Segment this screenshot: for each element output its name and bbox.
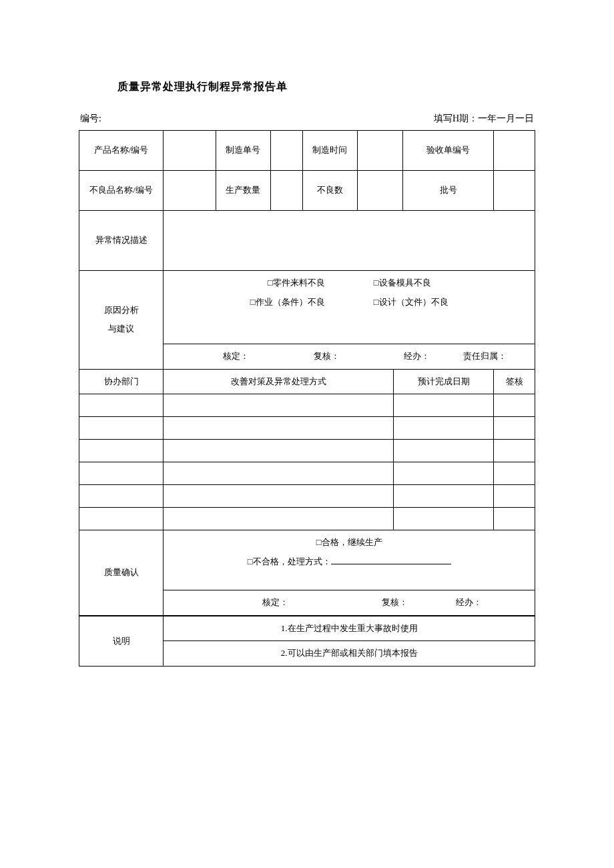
action-r5-due[interactable]: [394, 485, 494, 508]
qc-opt-pass[interactable]: □合格，继续生产: [165, 533, 533, 552]
qc-sig-approve[interactable]: 核定：: [216, 593, 334, 612]
cause-sig-approve[interactable]: 核定：: [192, 347, 280, 366]
form-title: 质量异常处理执行制程异常报告单: [117, 80, 535, 94]
cause-label: 原因分析 与建议: [79, 271, 164, 370]
action-hdr-dept: 协办部门: [79, 369, 164, 394]
r2-badqty-value[interactable]: [357, 171, 402, 211]
action-r6-sign[interactable]: [494, 508, 535, 530]
action-r5-measure[interactable]: [164, 485, 394, 508]
cause-opt-design[interactable]: □设计（文件）不良: [374, 293, 448, 312]
cause-label-l2: 与建议: [108, 324, 134, 334]
qc-opt-fail[interactable]: □不合格，处理方式：: [165, 552, 533, 572]
cause-sig-handle[interactable]: 经办：: [372, 347, 460, 366]
r1-receipt-label: 验收单编号: [402, 131, 494, 171]
action-r1-dept[interactable]: [79, 394, 164, 417]
action-r5-dept[interactable]: [79, 485, 164, 508]
qc-sig-handle[interactable]: 经办：: [456, 593, 482, 612]
action-r3-measure[interactable]: [164, 440, 394, 462]
action-hdr-measure: 改善对策及异常处理方式: [164, 369, 394, 394]
qc-label: 质量确认: [79, 530, 164, 616]
cause-sig-review[interactable]: 复核：: [282, 347, 370, 366]
notes-line2: 2.可以由生产部或相关部门填本报告: [164, 641, 535, 667]
r1-time-value[interactable]: [357, 131, 402, 171]
action-r4-sign[interactable]: [494, 462, 535, 485]
action-r1-due[interactable]: [394, 394, 494, 417]
action-hdr-due: 预计完成日期: [394, 369, 494, 394]
cause-opt-operation[interactable]: □作业（条件）不良: [250, 293, 325, 312]
cause-signatures: 核定： 复核： 经办： 责任归属：: [164, 344, 535, 370]
cause-opt-material[interactable]: □零件来料不良: [268, 274, 325, 293]
action-r6-due[interactable]: [394, 508, 494, 530]
main-form-table: 产品名称/编号 制造单号 制造时间 验收单编号 不良品名称/编号 生产数量 不良…: [79, 130, 535, 616]
action-r2-sign[interactable]: [494, 417, 535, 440]
qc-signatures: 核定： 复核： 经办：: [164, 590, 535, 616]
r1-receipt-value[interactable]: [494, 131, 535, 171]
r1-product-value[interactable]: [164, 131, 216, 171]
action-r6-dept[interactable]: [79, 508, 164, 530]
action-r1-measure[interactable]: [164, 394, 394, 417]
r2-batch-value[interactable]: [494, 171, 535, 211]
r2-defect-label: 不良品名称/编号: [79, 171, 164, 211]
form-page: 质量异常处理执行制程异常报告单 编号: 填写H期：一年一月一日 产品名称/编号 …: [0, 0, 614, 693]
r1-time-label: 制造时间: [302, 131, 357, 171]
r2-batch-label: 批号: [402, 171, 494, 211]
action-r4-dept[interactable]: [79, 462, 164, 485]
qc-fail-blank[interactable]: [331, 556, 451, 564]
r2-defect-value[interactable]: [164, 171, 216, 211]
cause-options[interactable]: □零件来料不良 □设备模具不良 □作业（条件）不良 □设计（文件）不良: [164, 271, 535, 344]
r2-qty-value[interactable]: [270, 171, 302, 211]
cause-label-l1: 原因分析: [104, 305, 139, 315]
action-r4-measure[interactable]: [164, 462, 394, 485]
meta-row: 编号: 填写H期：一年一月一日: [79, 113, 535, 125]
form-number-label: 编号:: [80, 113, 101, 125]
action-hdr-sign: 签核: [494, 369, 535, 394]
r2-qty-label: 生产数量: [216, 171, 270, 211]
abnormal-desc-label: 异常情况描述: [79, 211, 164, 271]
action-r3-due[interactable]: [394, 440, 494, 462]
action-r3-sign[interactable]: [494, 440, 535, 462]
action-r2-dept[interactable]: [79, 417, 164, 440]
r1-product-label: 产品名称/编号: [79, 131, 164, 171]
qc-options[interactable]: □合格，继续生产 □不合格，处理方式：: [164, 530, 535, 590]
r2-badqty-label: 不良数: [302, 171, 357, 211]
action-r2-measure[interactable]: [164, 417, 394, 440]
r1-order-label: 制造单号: [216, 131, 270, 171]
cause-opt-equipment[interactable]: □设备模具不良: [374, 274, 431, 293]
action-r3-dept[interactable]: [79, 440, 164, 462]
action-r2-due[interactable]: [394, 417, 494, 440]
action-r6-measure[interactable]: [164, 508, 394, 530]
action-r1-sign[interactable]: [494, 394, 535, 417]
notes-table: 说明 1.在生产过程中发生重大事故时使用 2.可以由生产部或相关部门填本报告: [79, 616, 535, 667]
qc-sig-review[interactable]: 复核：: [336, 593, 454, 612]
notes-label: 说明: [79, 616, 164, 666]
abnormal-desc-value[interactable]: [164, 211, 535, 271]
action-r5-sign[interactable]: [494, 485, 535, 508]
notes-line1: 1.在生产过程中发生重大事故时使用: [164, 616, 535, 641]
form-date-label: 填写H期：一年一月一日: [434, 113, 534, 125]
qc-opt-fail-prefix: □不合格，处理方式：: [248, 556, 331, 566]
cause-sig-resp[interactable]: 责任归属：: [463, 347, 507, 366]
r1-order-value[interactable]: [270, 131, 302, 171]
action-r4-due[interactable]: [394, 462, 494, 485]
